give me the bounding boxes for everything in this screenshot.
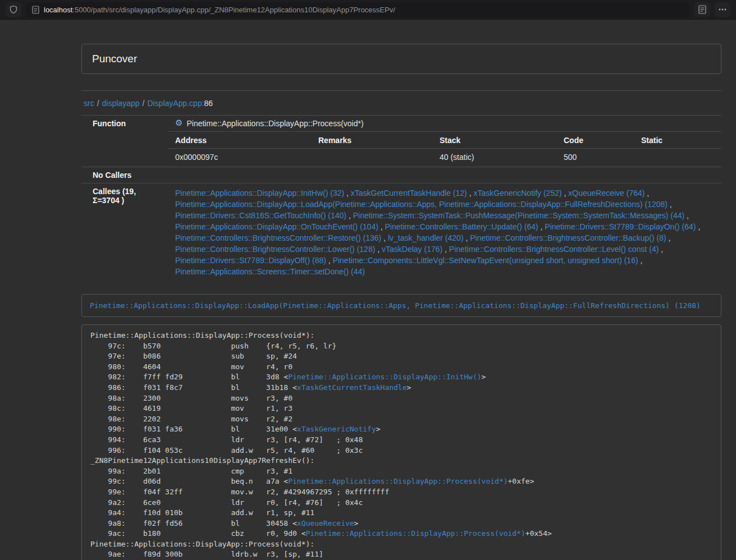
callee-link[interactable]: Pinetime::Drivers::St7789::DisplayOn() (…: [545, 222, 696, 231]
col-header-remarks: Remarks: [318, 132, 440, 149]
callee-separator: ,: [644, 189, 649, 198]
disassembly-symbol-link[interactable]: xTaskGetCurrentTaskHandle: [297, 383, 407, 392]
col-header-static: Static: [641, 132, 721, 149]
callee-separator: ,: [378, 222, 385, 231]
url-text: localhost:5000/path/src/displayapp/Displ…: [44, 6, 395, 14]
breadcrumb-separator: /: [143, 99, 145, 108]
callee-separator: ,: [375, 245, 382, 254]
callee-separator: ,: [696, 222, 701, 231]
callee-link[interactable]: Pinetime::Controllers::BrightnessControl…: [175, 233, 381, 242]
function-row: Function ⚙ Pinetime::Applications::Displ…: [81, 116, 721, 131]
callee-separator: ,: [659, 245, 663, 254]
stats-header-row: Address Remarks Stack Code Static: [168, 132, 721, 149]
callee-separator: ,: [467, 189, 474, 198]
callee-link[interactable]: lv_task_handler (420): [388, 233, 464, 242]
no-callers-label: No Callers: [81, 167, 168, 183]
breadcrumb: src/displayapp/DisplayApp.cpp:86: [84, 99, 721, 108]
stats-address: 0x0000097c: [168, 149, 318, 167]
callee-separator: ,: [442, 245, 449, 254]
col-header-code: Code: [564, 132, 641, 149]
callee-link[interactable]: xTaskGenericNotify (252): [473, 189, 561, 198]
function-label: Function: [81, 116, 168, 131]
shield-button[interactable]: [6, 2, 21, 17]
callee-link[interactable]: Pinetime::Controllers::BrightnessControl…: [449, 245, 659, 254]
url-path: :5000/path/src/displayapp/DisplayApp.cpp…: [72, 6, 395, 14]
app-title-panel: Puncover: [81, 44, 721, 74]
callee-link[interactable]: Pinetime::System::SystemTask::PushMessag…: [353, 211, 685, 220]
symbol-panel-title-link[interactable]: Pinetime::Applications::DisplayApp::Load…: [90, 301, 701, 310]
callee-link[interactable]: Pinetime::Applications::DisplayApp::Init…: [175, 189, 344, 198]
breadcrumb-link-src[interactable]: src: [84, 99, 94, 108]
no-callers-row: No Callers: [81, 167, 721, 183]
callees-list: Pinetime::Applications::DisplayApp::Init…: [168, 183, 721, 282]
no-callers-value: [168, 167, 721, 183]
disassembly-block: Pinetime::Applications::DisplayApp::Proc…: [81, 324, 721, 560]
function-name: Pinetime::Applications::DisplayApp::Proc…: [186, 119, 363, 128]
stats-remarks: [318, 149, 440, 167]
callee-link[interactable]: Pinetime::Drivers::St7789::DisplayOff() …: [175, 256, 326, 265]
gear-icon: ⚙: [175, 119, 182, 127]
col-header-stack: Stack: [440, 132, 564, 149]
callee-link[interactable]: Pinetime::Applications::DisplayApp::OnTo…: [175, 222, 378, 231]
col-header-address: Address: [168, 132, 318, 149]
callee-link[interactable]: Pinetime::Controllers::Battery::Update()…: [385, 222, 538, 231]
breadcrumb-link-displayapp[interactable]: displayapp: [102, 99, 140, 108]
callee-separator: ,: [666, 233, 671, 242]
breadcrumb-line-number: 86: [204, 99, 213, 108]
callee-link[interactable]: vTaskDelay (176): [382, 245, 442, 254]
stats-code: 500: [564, 149, 641, 167]
symbol-panel: Pinetime::Applications::DisplayApp::Load…: [81, 294, 721, 317]
callees-label: Callees (19, Σ=3704 ): [81, 183, 168, 282]
function-table: Function ⚙ Pinetime::Applications::Displ…: [81, 115, 721, 282]
disassembly-symbol-link[interactable]: Pinetime::Applications::DisplayApp::Proc…: [288, 477, 508, 485]
stats-static: [641, 149, 721, 167]
callee-separator: ,: [538, 222, 545, 231]
callee-separator: ,: [346, 211, 353, 220]
callee-separator: ,: [326, 256, 333, 265]
stats-data-row: 0x0000097c 40 (static) 500: [168, 149, 721, 167]
url-bar[interactable]: localhost:5000/path/src/displayapp/Displ…: [26, 2, 690, 17]
callee-separator: ,: [562, 189, 569, 198]
callee-separator: ,: [344, 189, 351, 198]
stats-row-wrapper: Address Remarks Stack Code Static 0x0000…: [81, 131, 721, 167]
page-title: Puncover: [82, 44, 721, 74]
reader-mode-icon: [698, 5, 706, 14]
reader-mode-button[interactable]: [694, 2, 710, 17]
callee-link[interactable]: Pinetime::Controllers::BrightnessControl…: [175, 245, 375, 254]
divider: [81, 90, 721, 91]
callee-separator: ,: [668, 200, 672, 209]
breadcrumb-separator: /: [97, 99, 99, 108]
content-container: Puncover src/displayapp/DisplayApp.cpp:8…: [81, 44, 721, 560]
callee-separator: ,: [381, 233, 388, 242]
callee-link[interactable]: Pinetime::Drivers::Cst816S::GetTouchInfo…: [175, 211, 346, 220]
browser-chrome: localhost:5000/path/src/displayapp/Displ…: [0, 0, 736, 20]
url-host: localhost: [44, 6, 72, 14]
callee-link[interactable]: Pinetime::Applications::DisplayApp::Load…: [175, 200, 668, 209]
menu-button[interactable]: [715, 2, 730, 17]
callee-separator: ,: [464, 233, 470, 242]
callees-row: Callees (19, Σ=3704 ) Pinetime::Applicat…: [81, 183, 721, 282]
callee-link[interactable]: Pinetime::Components::LittleVgl::SetNewT…: [333, 256, 638, 265]
shield-icon: [9, 5, 18, 14]
disassembly-symbol-link[interactable]: xTaskGenericNotify: [297, 425, 376, 433]
stats-table: Address Remarks Stack Code Static 0x0000…: [168, 132, 721, 167]
stats-value: Address Remarks Stack Code Static 0x0000…: [168, 131, 721, 167]
function-value: ⚙ Pinetime::Applications::DisplayApp::Pr…: [168, 116, 721, 131]
callee-link[interactable]: Pinetime::Applications::Screens::Timer::…: [175, 267, 365, 276]
callee-link[interactable]: Pinetime::Controllers::BrightnessControl…: [470, 233, 666, 242]
disassembly-symbol-link[interactable]: Pinetime::Applications::DisplayApp::Proc…: [306, 529, 525, 538]
disassembly-symbol-link[interactable]: xQueueReceive: [297, 519, 354, 527]
stats-stack: 40 (static): [440, 149, 564, 167]
callee-separator: ,: [684, 211, 689, 220]
callee-link[interactable]: xQueueReceive (764): [568, 189, 644, 198]
disassembly-symbol-link[interactable]: Pinetime::Applications::DisplayApp::Init…: [288, 373, 481, 381]
stats-label-empty: [81, 131, 168, 167]
breadcrumb-link-file[interactable]: DisplayApp.cpp:: [147, 99, 204, 108]
page-icon: [32, 6, 39, 14]
menu-icon: [718, 5, 727, 14]
callee-link[interactable]: xTaskGetCurrentTaskHandle (12): [351, 189, 467, 198]
callee-separator: ,: [638, 256, 643, 265]
